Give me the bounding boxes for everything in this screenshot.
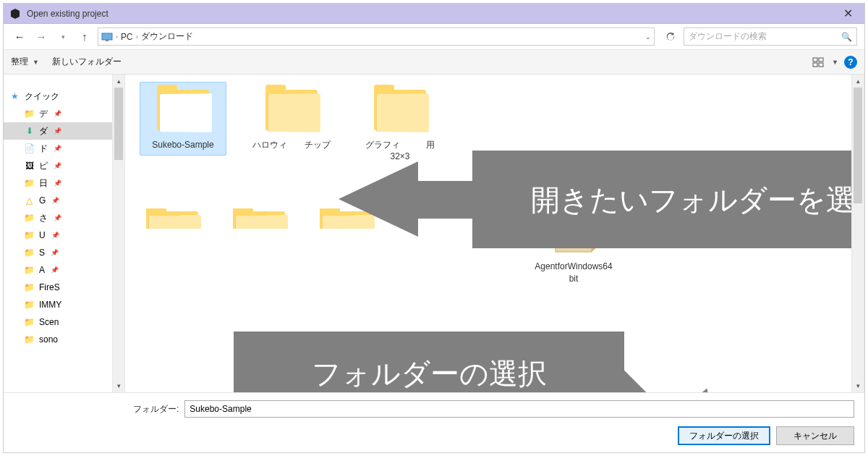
svg-rect-6 <box>819 63 823 67</box>
pin-icon: 📌 <box>51 197 59 204</box>
folder-icon: 📁 <box>24 265 35 276</box>
folder-icon: 📁 <box>24 317 35 328</box>
path-box[interactable]: › PC › ダウンロード ⌄ <box>98 28 655 46</box>
folder-field-label: フォルダー: <box>133 403 179 415</box>
folder-icon <box>370 87 430 135</box>
search-placeholder: ダウンロードの検索 <box>689 30 841 43</box>
sidebar-item[interactable]: 🖼 ピ📌 <box>4 157 112 174</box>
refresh-icon[interactable] <box>662 28 679 46</box>
sidebar-item[interactable]: 📁 IMMY <box>4 296 112 313</box>
annotation-callout: フォルダーの選択 <box>234 332 624 392</box>
path-segment-folder[interactable]: ダウンロード <box>141 30 193 43</box>
folder-name-input[interactable] <box>184 400 854 418</box>
back-icon[interactable]: ← <box>11 28 28 46</box>
folder-icon: 📁 <box>24 230 35 241</box>
pin-icon: 📌 <box>54 162 61 169</box>
svg-rect-5 <box>813 63 817 67</box>
scroll-down-icon[interactable]: ▾ <box>852 379 864 392</box>
svg-rect-3 <box>813 58 817 62</box>
scroll-thumb[interactable] <box>854 88 862 203</box>
folder-label: AgentforWindows64bit <box>533 261 614 284</box>
folder-icon: 📁 <box>24 282 35 293</box>
scroll-up-icon[interactable]: ▴ <box>852 75 864 88</box>
folder-icon: 📁 <box>24 300 35 311</box>
sidebar-item[interactable]: 📁 S📌 <box>4 244 112 261</box>
folder-item[interactable] <box>226 203 292 234</box>
dialog-footer: フォルダー: フォルダーの選択 キャンセル <box>4 392 864 452</box>
search-input[interactable]: ダウンロードの検索 🔍 <box>684 28 857 46</box>
path-segment-pc[interactable]: PC <box>121 32 133 42</box>
sidebar-item[interactable]: 📁 A📌 <box>4 261 112 279</box>
sidebar-item[interactable]: 📁 U📌 <box>4 227 112 244</box>
annotation-callout: 開きたいフォルダーを選択 <box>472 151 851 248</box>
drive-icon: △ <box>24 195 35 206</box>
sidebar-item[interactable]: 📁 さ📌 <box>4 209 112 227</box>
pin-icon: 📌 <box>51 266 59 274</box>
sidebar-scrollbar[interactable]: ▴ ▾ <box>112 75 125 392</box>
path-dropdown-icon[interactable]: ⌄ <box>645 33 651 41</box>
new-folder-button[interactable]: 新しいフォルダー <box>52 56 122 68</box>
sidebar: ★ クイック 📁 デ📌 ⬇ ダ📌 📄 ド📌 🖼 ピ📌 📁 日📌 <box>4 75 112 392</box>
file-dialog: Open existing project ✕ ← → ▾ ↑ › PC › ダ… <box>3 3 865 453</box>
sidebar-item[interactable]: 📁 sono <box>4 331 112 348</box>
folder-item[interactable]: ハロウィ チップ <box>248 82 335 156</box>
folder-label: ハロウィ チップ <box>251 139 332 151</box>
folder-icon: 📁 <box>24 213 35 224</box>
pin-icon: 📌 <box>54 180 61 187</box>
unity-icon <box>9 8 21 20</box>
organize-button[interactable]: 整理 ▼ <box>11 56 39 68</box>
folder-icon <box>153 87 213 135</box>
folder-label: グラフィ 用32×3 <box>359 139 441 162</box>
scroll-up-icon[interactable]: ▴ <box>113 75 124 88</box>
svg-rect-1 <box>102 33 112 40</box>
sidebar-item[interactable]: 📁 FireS <box>4 279 112 296</box>
dialog-title: Open existing project <box>27 9 837 19</box>
sidebar-item[interactable]: 📁 デ📌 <box>4 105 112 122</box>
up-icon[interactable]: ↑ <box>76 28 93 46</box>
folder-item[interactable] <box>140 203 205 234</box>
address-bar: ← → ▾ ↑ › PC › ダウンロード ⌄ ダウンロードの検索 🔍 <box>4 24 864 50</box>
toolbar: 整理 ▼ 新しいフォルダー ▼ ? <box>4 50 864 75</box>
cancel-button[interactable]: キャンセル <box>776 426 854 445</box>
sidebar-item[interactable]: 📄 ド📌 <box>4 140 112 157</box>
svg-rect-2 <box>106 40 109 41</box>
folder-item[interactable]: グラフィ 用32×3 <box>357 82 443 167</box>
sidebar-item[interactable]: ⬇ ダ📌 <box>4 122 112 140</box>
sidebar-item[interactable]: 📁 日📌 <box>4 174 112 192</box>
star-icon: ★ <box>9 91 20 102</box>
sidebar-item[interactable]: 📁 Scen <box>4 313 112 331</box>
folder-icon: 📁 <box>24 178 35 189</box>
folder-list: Sukebo-Sample ハロウィ チップ グラフィ 用32×3 sy <box>125 75 851 392</box>
folder-icon: 📁 <box>24 109 35 119</box>
document-icon: 📄 <box>24 143 35 154</box>
path-chevron-icon: › <box>136 33 138 41</box>
folder-icon <box>142 208 203 229</box>
titlebar: Open existing project ✕ <box>4 4 864 24</box>
quick-access-header[interactable]: ★ クイック <box>4 88 112 105</box>
chevron-down-icon: ▼ <box>33 59 39 66</box>
scroll-down-icon[interactable]: ▾ <box>113 379 124 392</box>
help-icon[interactable]: ? <box>844 56 857 69</box>
download-icon: ⬇ <box>24 126 35 137</box>
view-options-icon[interactable] <box>812 56 825 69</box>
folder-icon: 📁 <box>24 334 35 345</box>
folder-icon: 📁 <box>24 248 35 258</box>
folder-icon <box>261 87 322 135</box>
path-chevron-icon: › <box>116 33 118 41</box>
content-scrollbar[interactable]: ▴ ▾ <box>851 75 864 392</box>
chevron-down-icon[interactable]: ▼ <box>832 59 838 66</box>
select-folder-button[interactable]: フォルダーの選択 <box>678 426 770 445</box>
folder-label: Sukebo-Sample <box>142 139 224 151</box>
pc-icon <box>101 31 113 43</box>
main-area: ★ クイック 📁 デ📌 ⬇ ダ📌 📄 ド📌 🖼 ピ📌 📁 日📌 <box>4 75 864 392</box>
pin-icon: 📌 <box>54 127 61 135</box>
sidebar-item[interactable]: △ G📌 <box>4 192 112 209</box>
scroll-thumb[interactable] <box>114 88 123 160</box>
recent-dropdown-icon[interactable]: ▾ <box>54 28 72 46</box>
forward-icon: → <box>33 28 50 46</box>
pin-icon: 📌 <box>54 145 61 152</box>
pin-icon: 📌 <box>51 232 59 239</box>
pin-icon: 📌 <box>54 110 61 117</box>
close-icon[interactable]: ✕ <box>837 4 859 24</box>
folder-item-selected[interactable]: Sukebo-Sample <box>140 82 226 156</box>
